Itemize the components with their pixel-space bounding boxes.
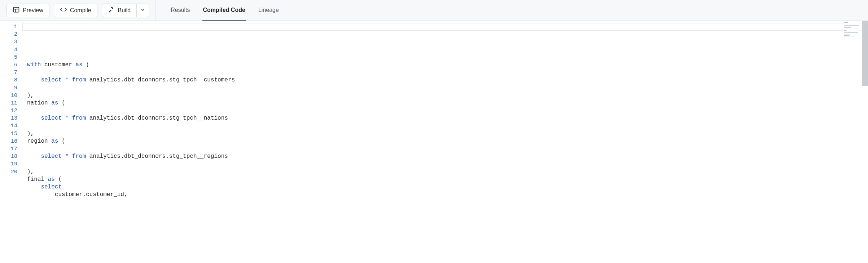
code-line[interactable]: ), (27, 92, 868, 99)
svg-rect-0 (14, 7, 19, 12)
line-number: 13 (0, 115, 17, 122)
tab-lineage[interactable]: Lineage (258, 0, 280, 21)
tab-compiled-code[interactable]: Compiled Code (202, 0, 246, 21)
token (62, 153, 65, 160)
token: ( (55, 176, 62, 183)
token: customer.customer_id, (27, 191, 127, 198)
token: select (41, 184, 62, 190)
line-number: 12 (0, 107, 17, 115)
code-line[interactable] (27, 69, 868, 76)
compile-label: Compile (70, 7, 91, 14)
line-number: 2 (0, 31, 17, 38)
line-number: 7 (0, 69, 17, 76)
line-number: 11 (0, 99, 17, 107)
token: * (65, 77, 69, 83)
line-number: 16 (0, 138, 17, 145)
token (27, 77, 41, 83)
code-line[interactable] (27, 122, 868, 130)
code-line[interactable] (27, 46, 868, 54)
token: ( (58, 138, 65, 144)
line-number: 18 (0, 153, 17, 160)
code-icon (60, 6, 67, 15)
token: as (51, 100, 58, 106)
line-number: 4 (0, 46, 17, 54)
token (27, 184, 41, 190)
token: final (27, 176, 48, 183)
tab-results-label: Results (171, 7, 190, 13)
code-line[interactable] (27, 145, 868, 153)
code-line[interactable]: with customer as ( (27, 61, 868, 69)
table-icon (13, 6, 20, 15)
build-dropdown-button[interactable] (136, 4, 149, 17)
code-line[interactable]: select * from analytics.dbt_dconnors.stg… (27, 153, 868, 160)
line-number: 3 (0, 38, 17, 46)
scrollbar-track[interactable] (862, 21, 868, 263)
token: nation (27, 100, 51, 106)
code-line[interactable]: select * from analytics.dbt_dconnors.stg… (27, 76, 868, 84)
token: * (65, 153, 69, 160)
token: from (72, 115, 86, 121)
chevron-down-icon (140, 7, 146, 14)
line-number: 15 (0, 130, 17, 138)
token: analytics.dbt_dconnors.stg_tpch__custome… (86, 77, 235, 83)
tab-results[interactable]: Results (170, 0, 190, 21)
code-line[interactable] (27, 84, 868, 92)
token: customer (41, 62, 75, 68)
token: ( (58, 100, 65, 106)
token: select (41, 77, 62, 83)
token: with (27, 62, 41, 68)
token (69, 77, 72, 83)
gutter: 1234567891011121314151617181920 (0, 21, 22, 263)
token: ( (83, 62, 89, 68)
tab-lineage-label: Lineage (258, 7, 279, 13)
token: as (75, 62, 82, 68)
result-tabs: Results Compiled Code Lineage (163, 0, 280, 21)
line-number: 1 (0, 23, 17, 31)
token: ), (27, 130, 34, 137)
code-editor[interactable]: 1234567891011121314151617181920 with cus… (0, 21, 868, 263)
code-line[interactable]: region as ( (27, 138, 868, 145)
token (62, 115, 65, 121)
toolbar-buttons: Preview Compile Build (6, 4, 149, 17)
token: ), (27, 169, 34, 175)
code-line[interactable]: select * from analytics.dbt_dconnors.stg… (27, 115, 868, 122)
code-line[interactable]: ), (27, 168, 868, 176)
preview-button[interactable]: Preview (6, 4, 49, 17)
token: from (72, 153, 86, 160)
tab-compiled-label: Compiled Code (203, 7, 245, 13)
code-line[interactable]: select (27, 183, 868, 191)
token: region (27, 138, 51, 144)
code-line[interactable]: final as ( (27, 176, 868, 183)
token: select (41, 115, 62, 121)
build-split-button: Build (102, 4, 150, 17)
token (27, 115, 41, 121)
compile-button[interactable]: Compile (54, 4, 97, 17)
code-line[interactable]: customer.customer_id, (27, 191, 868, 199)
code-line[interactable]: ), (27, 130, 868, 138)
line-number: 9 (0, 84, 17, 92)
code-line[interactable] (27, 54, 868, 61)
scrollbar-thumb[interactable] (862, 21, 868, 86)
code-line[interactable] (27, 107, 868, 115)
line-number: 6 (0, 61, 17, 69)
toolbar-divider (155, 0, 155, 21)
token: from (72, 77, 86, 83)
line-number: 14 (0, 122, 17, 130)
preview-label: Preview (23, 7, 43, 14)
build-button[interactable]: Build (102, 4, 137, 17)
toolbar: Preview Compile Build Results (0, 0, 868, 21)
token (62, 77, 65, 83)
code-line[interactable] (27, 160, 868, 168)
token: * (65, 115, 69, 121)
code-line[interactable]: nation as ( (27, 99, 868, 107)
hammer-icon (108, 6, 115, 15)
line-number: 8 (0, 76, 17, 84)
token: analytics.dbt_dconnors.stg_tpch__regions (86, 153, 228, 160)
code-area[interactable]: with customer as ( select * from analyti… (22, 21, 868, 263)
build-label: Build (118, 7, 131, 14)
token: as (51, 138, 58, 144)
line-number: 10 (0, 92, 17, 99)
token: analytics.dbt_dconnors.stg_tpch__nations (86, 115, 228, 121)
token: select (41, 153, 62, 160)
token: as (48, 176, 55, 183)
